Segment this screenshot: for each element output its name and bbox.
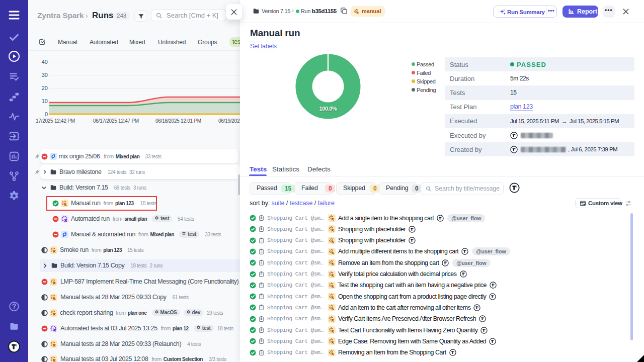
svg-text:17/2025 12:42 PM: 17/2025 12:42 PM <box>36 118 75 124</box>
svg-text:06/18/2025 12:01 PM: 06/18/2025 12:01 PM <box>155 118 201 124</box>
svg-text:100.0%: 100.0% <box>319 106 338 112</box>
svg-text:40: 40 <box>42 59 48 65</box>
svg-text:06/17/2025 12:47 PM: 06/17/2025 12:47 PM <box>93 118 139 124</box>
svg-text:30: 30 <box>42 72 48 78</box>
svg-text:06/19/2025 1: 06/19/2025 1 <box>218 118 240 124</box>
svg-text:0: 0 <box>45 111 48 117</box>
svg-text:10: 10 <box>42 98 48 104</box>
svg-text:20: 20 <box>42 85 48 91</box>
